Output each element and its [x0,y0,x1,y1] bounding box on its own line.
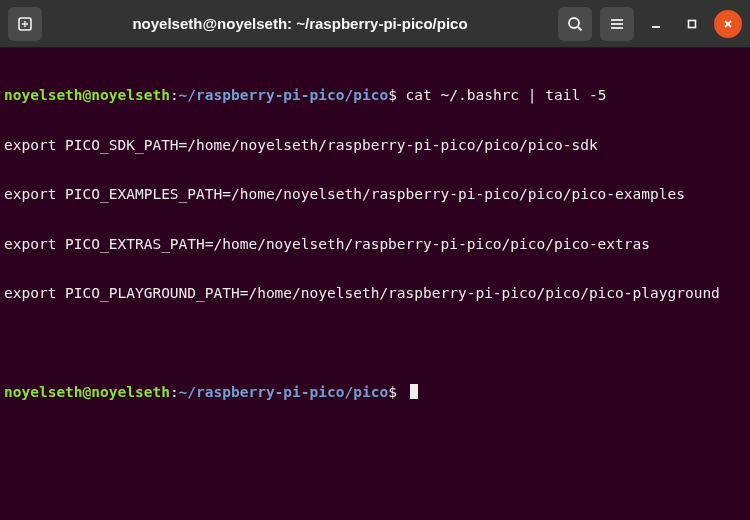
prompt-path: ~/raspberry-pi-pico/pico [179,384,389,401]
svg-point-1 [569,18,579,28]
prompt-dollar: $ [388,384,397,401]
prompt-user-host: noyelseth@noyelseth [4,87,170,104]
prompt-path: ~/raspberry-pi-pico/pico [179,87,389,104]
hamburger-icon [609,16,625,32]
titlebar-right [558,7,742,41]
prompt-colon: : [170,384,179,401]
output-line: export PICO_SDK_PATH=/home/noyelseth/ras… [4,137,746,154]
minimize-button[interactable] [642,10,670,38]
prompt-dollar: $ [388,87,397,104]
new-tab-icon [16,15,34,33]
minimize-icon [650,18,662,30]
window-title: noyelseth@noyelseth: ~/raspberry-pi-pico… [132,15,467,32]
blank-line [4,335,746,352]
output-line: export PICO_EXAMPLES_PATH=/home/noyelset… [4,186,746,203]
prompt-line: noyelseth@noyelseth:~/raspberry-pi-pico/… [4,87,746,104]
command-text: cat ~/.bashrc | tail -5 [397,87,607,104]
cursor [410,384,418,399]
prompt-colon: : [170,87,179,104]
search-icon [567,16,583,32]
titlebar-center: noyelseth@noyelseth: ~/raspberry-pi-pico… [50,15,550,32]
maximize-icon [686,18,698,30]
prompt-line: noyelseth@noyelseth:~/raspberry-pi-pico/… [4,384,746,401]
close-button[interactable] [714,10,742,38]
titlebar-left [8,7,42,41]
search-button[interactable] [558,7,592,41]
output-line: export PICO_EXTRAS_PATH=/home/noyelseth/… [4,236,746,253]
prompt-user-host: noyelseth@noyelseth [4,384,170,401]
command-text [397,384,406,401]
output-line: export PICO_PLAYGROUND_PATH=/home/noyels… [4,285,746,302]
svg-rect-7 [689,20,696,27]
close-icon [722,18,734,30]
terminal-body[interactable]: noyelseth@noyelseth:~/raspberry-pi-pico/… [0,48,750,423]
new-tab-button[interactable] [8,7,42,41]
maximize-button[interactable] [678,10,706,38]
menu-button[interactable] [600,7,634,41]
svg-line-2 [578,27,582,31]
titlebar: noyelseth@noyelseth: ~/raspberry-pi-pico… [0,0,750,48]
